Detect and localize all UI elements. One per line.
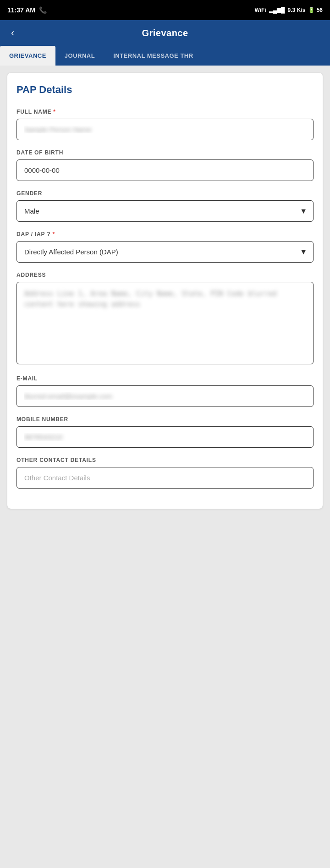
tab-grievance[interactable]: GRIEVANCE [0, 46, 55, 66]
dap-iap-select-wrapper: Directly Affected Person (DAP) Indirectl… [16, 241, 314, 263]
main-content: PAP Details FULL NAME* DATE OF BIRTH GEN… [0, 66, 330, 866]
pap-details-card: PAP Details FULL NAME* DATE OF BIRTH GEN… [7, 73, 323, 509]
dob-group: DATE OF BIRTH [16, 149, 314, 181]
signal-icon: ▂▄▆█ [269, 7, 285, 13]
other-contact-input[interactable] [16, 467, 314, 489]
tab-internal-message[interactable]: INTERNAL MESSAGE THR [104, 46, 202, 66]
dob-input[interactable] [16, 159, 314, 181]
other-contact-group: OTHER CONTACT DETAILS [16, 457, 314, 489]
email-label: E-MAIL [16, 375, 314, 382]
mobile-number-input[interactable] [16, 426, 314, 448]
back-button[interactable]: ‹ [7, 25, 18, 41]
dap-iap-label: DAP / IAP ?* [16, 231, 314, 237]
gender-select[interactable]: Male Female Other [16, 200, 314, 222]
dob-label: DATE OF BIRTH [16, 149, 314, 156]
top-navigation: ‹ Grievance [0, 20, 330, 46]
address-input[interactable]: Address Line 1, Area Name, City Name, St… [16, 282, 314, 364]
gender-label: GENDER [16, 190, 314, 197]
gender-select-wrapper: Male Female Other ▼ [16, 200, 314, 222]
phone-icon: 📞 [39, 6, 47, 14]
gender-group: GENDER Male Female Other ▼ [16, 190, 314, 222]
tab-journal[interactable]: JOURNAL [55, 46, 104, 66]
email-input[interactable] [16, 385, 314, 407]
speed-indicator: 9.3 K/s [288, 7, 306, 13]
status-bar: 11:37 AM 📞 WiFi ▂▄▆█ 9.3 K/s 🔋 56 [0, 0, 330, 20]
address-label: ADDRESS [16, 272, 314, 278]
mobile-number-label: MOBILE NUMBER [16, 416, 314, 423]
page-title: Grievance [142, 28, 188, 38]
full-name-group: FULL NAME* [16, 109, 314, 140]
dap-iap-group: DAP / IAP ?* Directly Affected Person (D… [16, 231, 314, 263]
card-title: PAP Details [16, 84, 314, 96]
other-contact-label: OTHER CONTACT DETAILS [16, 457, 314, 463]
email-group: E-MAIL [16, 375, 314, 407]
mobile-number-group: MOBILE NUMBER [16, 416, 314, 448]
dap-iap-select[interactable]: Directly Affected Person (DAP) Indirectl… [16, 241, 314, 263]
battery-indicator: 🔋 56 [308, 7, 323, 13]
status-time: 11:37 AM [7, 6, 35, 14]
full-name-input[interactable] [16, 119, 314, 140]
wifi-icon: WiFi [254, 7, 266, 13]
full-name-label: FULL NAME* [16, 109, 314, 115]
tab-bar: GRIEVANCE JOURNAL INTERNAL MESSAGE THR [0, 46, 330, 66]
address-group: ADDRESS Address Line 1, Area Name, City … [16, 272, 314, 366]
